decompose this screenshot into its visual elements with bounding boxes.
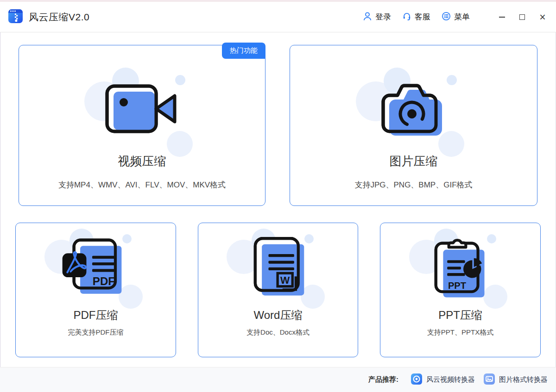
app-title: 风云压缩V2.0 xyxy=(29,11,89,24)
card-pdf-compress[interactable]: PDF PDF压缩 完美支持PDF压缩 xyxy=(15,223,176,357)
menu-button[interactable]: 菜单 xyxy=(442,12,470,23)
card-title: PDF压缩 xyxy=(16,308,176,323)
pdf-document-icon: PDF xyxy=(61,235,131,297)
ppt-label: PPT xyxy=(448,280,466,291)
card-video-compress[interactable]: 热门功能 视频压缩 支持MP4、WMV、AVI、FLV、MOV、MKV格式 xyxy=(19,45,265,206)
menu-icon xyxy=(442,12,451,23)
app-logo-icon xyxy=(7,8,24,26)
video-icon-stage xyxy=(94,72,191,149)
image-converter-icon xyxy=(483,373,495,387)
card-subtitle: 支持Doc、Docx格式 xyxy=(198,328,358,337)
window-controls: × xyxy=(486,12,547,22)
minimize-button[interactable] xyxy=(498,12,506,22)
image-icon-stage xyxy=(365,72,462,149)
card-subtitle: 支持MP4、WMV、AVI、FLV、MOV、MKV格式 xyxy=(19,180,265,190)
card-word-compress[interactable]: W Word压缩 支持Doc、Docx格式 xyxy=(198,223,358,357)
product-recommend-label: 产品推荐: xyxy=(368,375,398,384)
video-camera-icon xyxy=(101,76,183,141)
app-window: 风云压缩V2.0 登录 xyxy=(0,0,556,392)
user-icon xyxy=(363,12,372,23)
card-subtitle: 完美支持PDF压缩 xyxy=(16,328,176,337)
card-subtitle: 支持PPT、PPTX格式 xyxy=(380,328,540,337)
word-document-icon: W xyxy=(243,235,313,297)
close-button[interactable]: × xyxy=(538,12,547,22)
header-actions: 登录 客服 xyxy=(352,12,547,23)
menu-label: 菜单 xyxy=(454,12,470,22)
card-title: Word压缩 xyxy=(198,308,358,323)
card-image-compress[interactable]: 图片压缩 支持JPG、PNG、BMP、GIF格式 xyxy=(290,45,537,206)
photo-camera-icon xyxy=(373,76,454,141)
word-label: W xyxy=(280,275,290,286)
word-icon-stage: W xyxy=(239,233,317,300)
video-converter-icon xyxy=(411,373,423,387)
maximize-button[interactable] xyxy=(518,12,526,22)
card-subtitle: 支持JPG、PNG、BMP、GIF格式 xyxy=(290,180,537,190)
support-button[interactable]: 客服 xyxy=(402,12,430,23)
card-title: PPT压缩 xyxy=(380,308,540,323)
ppt-clipboard-icon: PPT xyxy=(425,235,496,299)
pdf-label: PDF xyxy=(92,275,114,287)
product-link-video-converter[interactable]: 风云视频转换器 xyxy=(411,373,475,387)
brand: 风云压缩V2.0 xyxy=(7,8,89,26)
card-title: 图片压缩 xyxy=(290,153,537,169)
login-label: 登录 xyxy=(375,12,391,22)
ppt-icon-stage: PPT xyxy=(421,233,500,300)
title-bar: 风云压缩V2.0 登录 xyxy=(0,2,556,32)
product-name: 风云视频转换器 xyxy=(426,375,475,384)
product-link-image-converter[interactable]: 图片格式转换器 xyxy=(483,373,548,387)
product-name: 图片格式转换器 xyxy=(499,375,548,384)
support-label: 客服 xyxy=(415,12,430,22)
login-button[interactable]: 登录 xyxy=(363,12,391,23)
headset-icon xyxy=(402,12,411,23)
card-ppt-compress[interactable]: PPT PPT压缩 支持PPT、PPTX格式 xyxy=(380,223,541,357)
hot-feature-badge: 热门功能 xyxy=(222,43,265,59)
pdf-icon-stage: PDF xyxy=(57,233,135,300)
footer-bar: 产品推荐: 风云视频转换器 xyxy=(0,367,556,392)
card-title: 视频压缩 xyxy=(19,153,265,169)
